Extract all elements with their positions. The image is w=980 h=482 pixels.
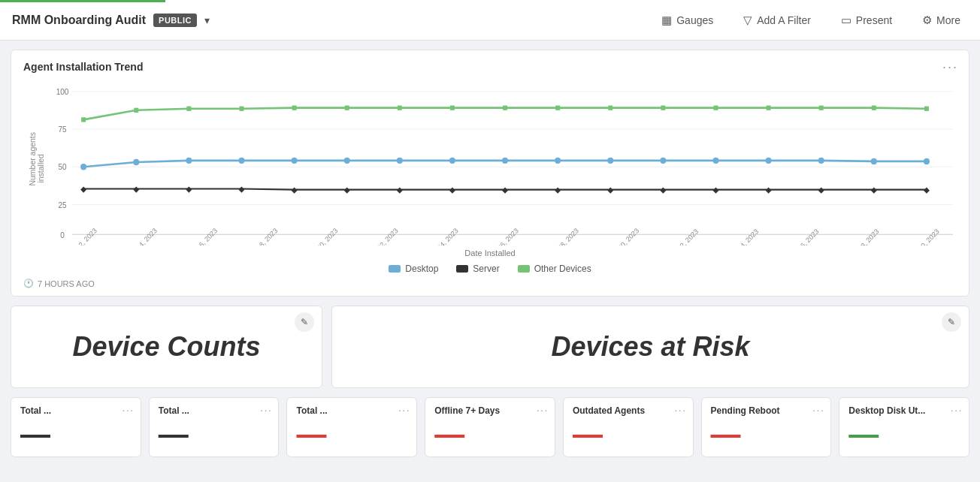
- metric-title-outdated: Outdated Agents: [573, 405, 684, 416]
- svg-marker-59: [766, 187, 772, 193]
- metric-card-disk: Desktop Disk Ut... ··· —: [839, 397, 969, 457]
- filter-button[interactable]: ▽ Add A Filter: [736, 9, 818, 32]
- public-badge: PUBLIC: [153, 14, 197, 27]
- svg-marker-56: [607, 187, 613, 193]
- chart-legend: Desktop Server Other Devices: [23, 264, 957, 274]
- metric-value-area-reboot: —: [711, 419, 822, 449]
- svg-text:100: 100: [56, 88, 69, 96]
- device-counts-edit-button[interactable]: ✎: [295, 312, 314, 332]
- metric-value-outdated: —: [573, 419, 603, 449]
- metric-value-disk: —: [848, 419, 879, 449]
- svg-rect-20: [503, 106, 507, 110]
- page-title: RMM Onboarding Audit: [12, 14, 146, 27]
- svg-rect-19: [450, 106, 455, 110]
- chart-x-axis-label: Date Installed: [23, 249, 957, 258]
- svg-text:Jun 24, 2023: Jun 24, 2023: [427, 227, 460, 246]
- metric-menu-disk[interactable]: ···: [951, 404, 963, 416]
- more-button[interactable]: ⚙ More: [915, 9, 968, 32]
- svg-rect-16: [292, 106, 297, 110]
- metric-card-total3: Total ... ··· —: [286, 397, 417, 457]
- metric-value-reboot: —: [711, 419, 741, 449]
- svg-marker-58: [712, 187, 718, 193]
- svg-marker-46: [80, 186, 86, 192]
- devices-at-risk-title: Devices at Risk: [551, 331, 749, 363]
- svg-text:Jun 22, 2023: Jun 22, 2023: [367, 227, 400, 246]
- svg-marker-47: [133, 186, 139, 192]
- chevron-down-icon[interactable]: ▾: [204, 14, 210, 26]
- metric-card-outdated: Outdated Agents ··· —: [563, 397, 694, 457]
- svg-marker-62: [924, 187, 930, 193]
- svg-text:Jun 16, 2023: Jun 16, 2023: [186, 227, 219, 246]
- bar-chart-icon: ▦: [661, 14, 672, 27]
- svg-rect-26: [819, 106, 824, 110]
- metric-menu-total3[interactable]: ···: [398, 404, 410, 416]
- metric-menu-reboot[interactable]: ···: [812, 404, 824, 416]
- metric-card-reboot: Pending Reboot ··· —: [701, 397, 832, 457]
- desktop-legend-color: [389, 265, 401, 273]
- present-icon: ▭: [841, 14, 851, 27]
- clock-icon: 🕐: [23, 279, 34, 288]
- metric-value-total2: —: [159, 419, 189, 449]
- svg-point-38: [555, 158, 561, 164]
- svg-rect-21: [555, 106, 560, 110]
- metric-menu-total2[interactable]: ···: [260, 404, 272, 416]
- header: RMM Onboarding Audit PUBLIC ▾ ▦ Gauges ▽…: [0, 0, 980, 41]
- present-label: Present: [856, 14, 892, 26]
- metric-menu-total1[interactable]: ···: [122, 404, 135, 416]
- svg-point-33: [292, 158, 298, 164]
- svg-marker-57: [660, 187, 666, 193]
- svg-marker-50: [292, 187, 298, 193]
- devices-at-risk-card: ✎ Devices at Risk: [331, 306, 969, 388]
- svg-text:Jun 12, 2023: Jun 12, 2023: [65, 227, 98, 246]
- svg-rect-22: [608, 106, 612, 110]
- svg-rect-12: [81, 117, 86, 122]
- server-legend-label: Server: [473, 264, 499, 274]
- desktop-legend-label: Desktop: [405, 264, 438, 274]
- svg-point-35: [397, 158, 403, 164]
- svg-point-34: [344, 158, 350, 164]
- chart-title: Agent Installation Trend: [23, 61, 957, 73]
- svg-point-44: [871, 158, 877, 164]
- metric-value-area-total1: —: [20, 419, 132, 449]
- svg-rect-28: [924, 107, 929, 111]
- svg-marker-60: [818, 187, 824, 193]
- server-legend-color: [456, 265, 468, 273]
- devices-at-risk-edit-button[interactable]: ✎: [942, 312, 961, 332]
- svg-text:25: 25: [59, 201, 67, 209]
- svg-point-32: [238, 158, 244, 164]
- metric-title-reboot: Pending Reboot: [711, 405, 822, 416]
- metric-value-area-total2: —: [159, 419, 270, 449]
- present-button[interactable]: ▭ Present: [833, 9, 900, 32]
- svg-marker-51: [344, 187, 350, 193]
- header-left: RMM Onboarding Audit PUBLIC ▾: [12, 14, 210, 27]
- svg-rect-27: [872, 106, 876, 110]
- svg-marker-49: [238, 186, 244, 192]
- chart-timestamp: 🕐 7 HOURS AGO: [23, 279, 957, 288]
- metric-card-total2: Total ... ··· —: [149, 397, 280, 457]
- more-label: More: [936, 14, 960, 26]
- svg-text:Jul 02, 2023: Jul 02, 2023: [669, 227, 700, 246]
- svg-text:75: 75: [59, 125, 67, 134]
- svg-rect-18: [398, 106, 402, 110]
- svg-text:Jun 18, 2023: Jun 18, 2023: [247, 227, 280, 246]
- svg-text:Jun 20, 2023: Jun 20, 2023: [307, 227, 340, 246]
- metric-title-total2: Total ...: [159, 405, 270, 416]
- metric-menu-offline[interactable]: ···: [537, 404, 549, 416]
- svg-point-39: [607, 158, 613, 164]
- chart-container: 100 75 50 25 0 Number agents installed: [23, 80, 957, 246]
- metric-menu-outdated[interactable]: ···: [674, 404, 686, 416]
- gauges-button[interactable]: ▦ Gauges: [654, 9, 721, 32]
- svg-marker-55: [555, 187, 561, 193]
- widget-row: ✎ Device Counts ✎ Devices at Risk: [11, 306, 969, 388]
- svg-point-30: [133, 159, 139, 165]
- svg-marker-48: [186, 186, 192, 192]
- metric-value-total3: —: [296, 419, 326, 449]
- other-legend-label: Other Devices: [534, 264, 591, 274]
- metric-card-total1: Total ... ··· —: [11, 397, 141, 457]
- chart-menu-button[interactable]: ···: [942, 59, 958, 75]
- svg-text:Jul 06, 2023: Jul 06, 2023: [789, 227, 821, 246]
- metric-title-total1: Total ...: [20, 405, 132, 416]
- svg-rect-14: [186, 107, 191, 111]
- svg-rect-24: [713, 106, 718, 110]
- svg-text:0: 0: [60, 230, 65, 239]
